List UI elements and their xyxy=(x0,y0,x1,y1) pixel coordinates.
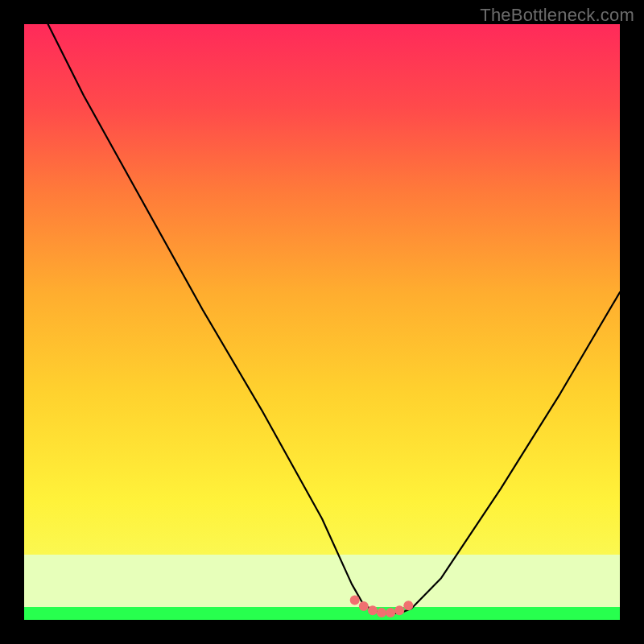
trough-marker xyxy=(368,605,378,615)
trough-marker xyxy=(359,601,369,611)
trough-markers xyxy=(350,596,414,618)
trough-marker xyxy=(350,596,360,605)
curve-svg xyxy=(24,24,620,620)
trough-marker xyxy=(386,608,395,617)
chart-stage: TheBottleneck.com xyxy=(0,0,644,644)
bottleneck-curve xyxy=(48,24,620,613)
watermark-text: TheBottleneck.com xyxy=(480,5,634,26)
trough-marker xyxy=(394,605,404,615)
plot-area xyxy=(24,24,620,620)
trough-marker xyxy=(377,608,386,617)
trough-marker xyxy=(403,601,413,610)
